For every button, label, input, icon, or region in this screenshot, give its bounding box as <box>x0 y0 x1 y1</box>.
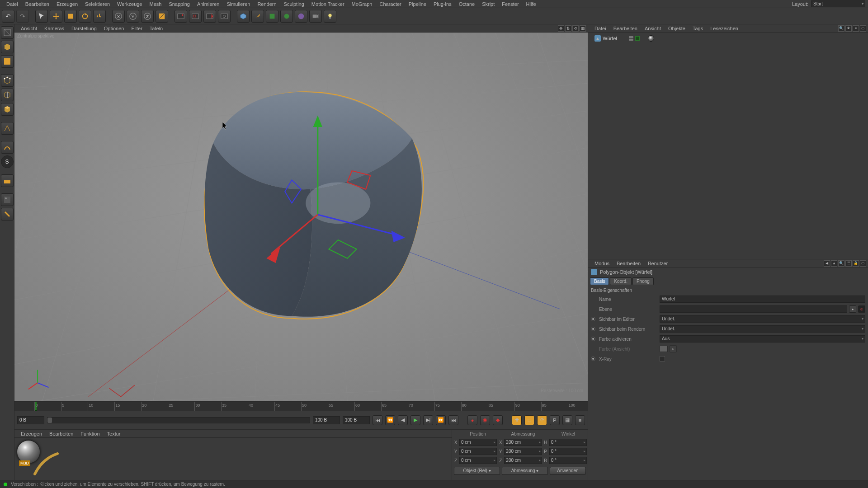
z-axis-lock[interactable]: Z <box>141 10 154 23</box>
y-axis-lock[interactable]: Y <box>127 10 139 23</box>
mat-menu-erzeugen[interactable]: Erzeugen <box>17 430 46 437</box>
attr-colorenable-radio[interactable] <box>591 337 595 341</box>
pos-y-field[interactable]: 0 cm <box>459 448 497 455</box>
size-x-field[interactable]: 200 cm <box>504 439 542 446</box>
range-minend-field[interactable]: 100 B <box>313 416 340 424</box>
menu-simulieren[interactable]: Simulieren <box>223 0 254 8</box>
vp-layout-icon[interactable]: ▦ <box>580 25 586 32</box>
om-menu-objekte[interactable]: Objekte <box>665 25 689 32</box>
om-eye-icon[interactable]: 👁 <box>845 25 852 32</box>
enable-axis-button[interactable] <box>1 122 14 135</box>
deformer-button[interactable] <box>280 10 293 23</box>
menu-plugins[interactable]: Plug-ins <box>430 0 455 8</box>
polygon-mode-button[interactable] <box>1 103 14 116</box>
autokey-button[interactable]: ◉ <box>480 415 490 425</box>
key-scale-button[interactable]: □ <box>524 415 534 425</box>
key-param-button[interactable]: P <box>550 415 560 425</box>
attr-viseditor-radio[interactable] <box>591 317 595 321</box>
menu-snapping[interactable]: Snapping <box>165 0 193 8</box>
am-menu-benutzer[interactable]: Benutzer <box>644 260 671 267</box>
menu-sculpting[interactable]: Sculpting <box>280 0 308 8</box>
vp-pan-icon[interactable]: ✥ <box>558 25 564 32</box>
mat-menu-bearbeiten[interactable]: Bearbeiten <box>46 430 77 437</box>
om-menu-bearbeiten[interactable]: Bearbeiten <box>610 25 641 32</box>
undo-button[interactable]: ↶ <box>2 10 14 23</box>
menu-fenster[interactable]: Fenster <box>498 0 522 8</box>
key-pla-button[interactable]: ▦ <box>562 415 572 425</box>
pos-z-field[interactable]: 0 cm <box>459 457 497 464</box>
am-menu-modus[interactable]: Modus <box>591 260 613 267</box>
brush-b-icon[interactable] <box>1 208 14 221</box>
key-opts-button[interactable]: ≡ <box>575 415 585 425</box>
vp-menu-optionen[interactable]: Optionen <box>100 25 128 32</box>
object-name-label[interactable]: Würfel <box>603 36 617 41</box>
size-y-field[interactable]: 200 cm <box>504 448 542 455</box>
menu-animieren[interactable]: Animieren <box>193 0 223 8</box>
rotate-tool[interactable] <box>79 10 91 23</box>
tab-phong[interactable]: Phong <box>632 277 654 285</box>
menu-mesh[interactable]: Mesh <box>146 0 165 8</box>
tweak-button[interactable] <box>1 141 14 154</box>
om-menu-datei[interactable]: Datei <box>591 25 610 32</box>
coord-apply-button[interactable]: Anwenden <box>550 467 586 475</box>
om-menu-tags[interactable]: Tags <box>689 25 707 32</box>
generator-button[interactable] <box>266 10 278 23</box>
step-back-button[interactable]: ◀ <box>398 415 408 425</box>
add-primitive-button[interactable] <box>237 10 250 23</box>
timeline-ruler[interactable]: 0510152025303540455055606570758085909510… <box>14 402 588 411</box>
vp-menu-tafeln[interactable]: Tafeln <box>146 25 166 32</box>
am-search-icon[interactable]: 🔍 <box>838 260 844 267</box>
render-settings-button[interactable] <box>218 10 231 23</box>
menu-rendern[interactable]: Rendern <box>254 0 280 8</box>
next-key-button[interactable]: ⏩ <box>436 415 446 425</box>
coord-mode2-dropdown[interactable]: Abmessung ▾ <box>502 467 548 475</box>
pos-x-field[interactable]: 0 cm <box>459 439 497 446</box>
enable-check-icon[interactable] <box>635 36 640 41</box>
om-filter-icon[interactable]: ≡ <box>853 25 859 32</box>
vp-menu-filter[interactable]: Filter <box>127 25 146 32</box>
coord-mode1-dropdown[interactable]: Objekt (Rel) ▾ <box>454 467 500 475</box>
range-start-field[interactable]: 0 B <box>17 416 44 424</box>
attr-layer-field[interactable] <box>660 305 847 313</box>
rot-b-field[interactable]: 0 ° <box>549 457 587 464</box>
menu-hilfe[interactable]: Hilfe <box>523 0 540 8</box>
vp-dolly-icon[interactable]: ⇅ <box>565 25 571 32</box>
menu-character[interactable]: Character <box>376 0 405 8</box>
attr-xray-checkbox[interactable] <box>660 356 665 361</box>
playhead-slider[interactable] <box>47 417 310 423</box>
render-region-button[interactable] <box>189 10 202 23</box>
attr-visrender-radio[interactable] <box>591 327 595 331</box>
vp-menu-kameras[interactable]: Kameras <box>41 25 68 32</box>
am-up-icon[interactable]: ▲ <box>831 260 837 267</box>
rot-p-field[interactable]: 0 ° <box>549 448 587 455</box>
make-editable-button[interactable] <box>1 26 14 39</box>
menu-skript[interactable]: Skript <box>478 0 498 8</box>
workplane-button[interactable] <box>1 174 14 187</box>
attr-layer-clear-icon[interactable]: ⦸ <box>858 305 865 313</box>
visibility-dots-icon[interactable] <box>629 36 633 41</box>
light-button[interactable] <box>324 10 336 23</box>
menu-mograph[interactable]: MoGraph <box>348 0 376 8</box>
recent-tool[interactable] <box>93 10 106 23</box>
am-back-icon[interactable]: ◀ <box>824 260 830 267</box>
record-button[interactable]: ● <box>467 415 477 425</box>
layout-dropdown[interactable]: Start <box>811 0 865 7</box>
brush-a-icon[interactable] <box>1 193 14 206</box>
attr-viseditor-dropdown[interactable]: Undef. <box>660 315 865 323</box>
prev-key-button[interactable]: ⏪ <box>385 415 395 425</box>
move-tool[interactable] <box>50 10 62 23</box>
point-mode-button[interactable] <box>1 74 14 87</box>
scale-tool[interactable] <box>64 10 77 23</box>
edge-mode-button[interactable] <box>1 89 14 101</box>
redo-button[interactable]: ↷ <box>16 10 29 23</box>
attr-visrender-dropdown[interactable]: Undef. <box>660 325 865 333</box>
goto-start-button[interactable]: ⏮ <box>373 415 382 425</box>
play-button[interactable]: ▶ <box>410 415 420 425</box>
om-view-icon[interactable]: ▭ <box>860 25 866 32</box>
range-cur-field[interactable]: 100 B <box>343 416 370 424</box>
object-row-wuerfel[interactable]: ▲ Würfel <box>590 34 866 42</box>
attr-layer-arrow-icon[interactable]: ▸ <box>849 305 856 313</box>
key-rot-button[interactable]: ⟳ <box>537 415 547 425</box>
om-menu-lesezeichen[interactable]: Lesezeichen <box>707 25 742 32</box>
vp-menu-ansicht[interactable]: Ansicht <box>17 25 41 32</box>
